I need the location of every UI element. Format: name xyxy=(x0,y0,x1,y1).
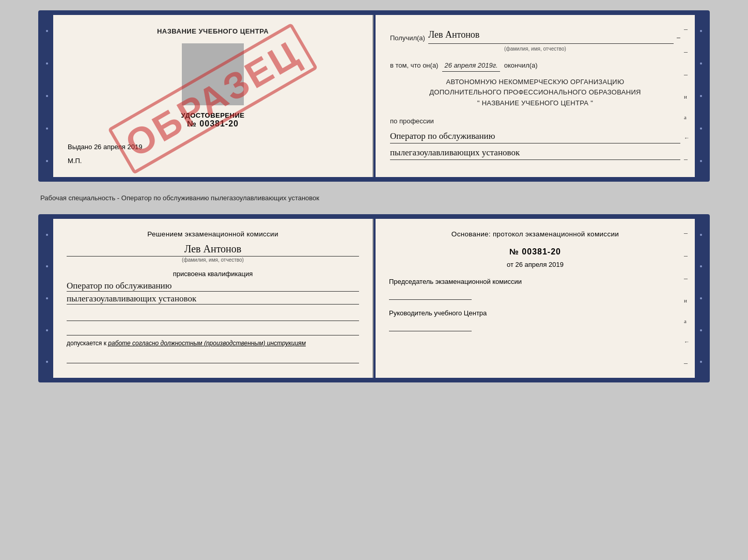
udost-block: УДОСТОВЕРЕНИЕ № 00381-20 xyxy=(68,111,358,129)
poluchil-label: Получил(а) xyxy=(390,33,425,44)
rukovoditel-block: Руководитель учебного Центра xyxy=(389,309,681,331)
udost-title: УДОСТОВЕРЕНИЕ xyxy=(68,111,358,119)
vydano-label: Выдано xyxy=(68,143,92,151)
empty-line-2 xyxy=(67,324,359,335)
empty-line-1 xyxy=(67,310,359,321)
spine-dot xyxy=(46,30,48,32)
bottom-fio-name: Лев Антонов xyxy=(67,243,359,255)
spine-dot xyxy=(46,127,48,130)
osnovanie-title: Основание: протокол экзаменационной коми… xyxy=(389,230,681,238)
bottom-fio-hint: (фамилия, имя, отчество) xyxy=(67,256,359,263)
spine-dot xyxy=(46,160,48,162)
org-block: АВТОНОМНУЮ НЕКОММЕРЧЕСКУЮ ОРГАНИЗАЦИЮ ДО… xyxy=(390,77,680,109)
org-line1: АВТОНОМНУЮ НЕКОММЕРЧЕСКУЮ ОРГАНИЗАЦИЮ xyxy=(390,77,680,88)
predsedatel-block: Председатель экзаменационной комиссии xyxy=(389,278,681,300)
top-certificate-book: НАЗВАНИЕ УЧЕБНОГО ЦЕНТРА УДОСТОВЕРЕНИЕ №… xyxy=(38,10,710,182)
spine-dot xyxy=(46,95,48,97)
top-cert-right-page: Получил(а) Лев Антонов – (фамилия, имя, … xyxy=(376,15,695,177)
poluchil-row: Получил(а) Лев Антонов – xyxy=(390,27,680,44)
rukovoditel-signature-line xyxy=(389,320,472,331)
separator-text: Рабочая специальность - Оператор по обсл… xyxy=(38,190,710,206)
bottom-cert-left-page: Решением экзаменационной комиссии Лев Ан… xyxy=(53,219,373,378)
vydano-row: Выдано 26 апреля 2019 xyxy=(68,143,358,151)
fio-hint-top: (фамилия, имя, отчество) xyxy=(390,45,680,53)
ot-label: от xyxy=(507,261,513,268)
org-line2: ДОПОЛНИТЕЛЬНОГО ПРОФЕССИОНАЛЬНОГО ОБРАЗО… xyxy=(390,87,680,98)
prisvoena-label: присвоена квалификация xyxy=(67,270,359,278)
dopuskaetsya-value: работе согласно должностным (производств… xyxy=(108,340,306,347)
poluchil-name: Лев Антонов xyxy=(428,27,674,44)
kvali-line1: Оператор по обслуживанию xyxy=(67,281,359,292)
okonchil-label: окончил(а) xyxy=(504,60,538,71)
bottom-right-dashes: – – – и а ← – – xyxy=(684,229,690,378)
bottom-left-spine xyxy=(43,219,51,378)
empty-line-3 xyxy=(67,352,359,363)
udost-number: № 00381-20 xyxy=(68,119,358,129)
professiya-value-line1: Оператор по обслуживанию xyxy=(390,129,680,143)
protocol-number: № 00381-20 xyxy=(389,247,681,257)
photo-placeholder xyxy=(182,43,244,105)
vtom-row: в том, что он(а) 26 апреля 2019г. окончи… xyxy=(390,60,680,72)
dopuskaetsya-block: допускается к работе согласно должностны… xyxy=(67,340,359,347)
vtom-label: в том, что он(а) xyxy=(390,60,438,71)
bottom-cert-right-page: Основание: протокол экзаменационной коми… xyxy=(376,219,695,378)
mp-label: М.П. xyxy=(68,157,358,165)
professiya-label: по профессии xyxy=(390,116,680,127)
org-line3: " НАЗВАНИЕ УЧЕБНОГО ЦЕНТРА " xyxy=(390,98,680,109)
document-container: НАЗВАНИЕ УЧЕБНОГО ЦЕНТРА УДОСТОВЕРЕНИЕ №… xyxy=(38,10,710,382)
right-dashes: – – – и а ← – – – – xyxy=(684,25,690,177)
top-cert-title: НАЗВАНИЕ УЧЕБНОГО ЦЕНТРА xyxy=(68,27,358,35)
top-cert-left-page: НАЗВАНИЕ УЧЕБНОГО ЦЕНТРА УДОСТОВЕРЕНИЕ №… xyxy=(53,15,373,177)
vydano-date: 26 апреля 2019 xyxy=(94,143,143,151)
left-spine xyxy=(43,15,51,177)
predsedatel-signature-line xyxy=(389,289,472,300)
dash-after-name: – xyxy=(677,33,680,44)
resheniem-title: Решением экзаменационной комиссии xyxy=(67,230,359,238)
ot-date-value: 26 апреля 2019 xyxy=(516,261,564,268)
predsedatel-label: Председатель экзаменационной комиссии xyxy=(389,278,681,285)
kvali-line2: пылегазоулавливающих установок xyxy=(67,294,359,305)
bottom-right-spine xyxy=(697,219,705,378)
spine-dot xyxy=(46,62,48,65)
right-spine xyxy=(697,15,705,177)
rukovoditel-label: Руководитель учебного Центра xyxy=(389,309,681,317)
vtom-date: 26 апреля 2019г. xyxy=(442,60,500,72)
right-page-content: Получил(а) Лев Антонов – (фамилия, имя, … xyxy=(390,27,680,160)
ot-date: от 26 апреля 2019 xyxy=(389,261,681,268)
dopuskaetsya-prefix: допускается к xyxy=(67,340,106,347)
bottom-certificate-book: Решением экзаменационной комиссии Лев Ан… xyxy=(38,214,710,382)
professiya-value-line2: пылегазоулавливающих установок xyxy=(390,146,680,160)
